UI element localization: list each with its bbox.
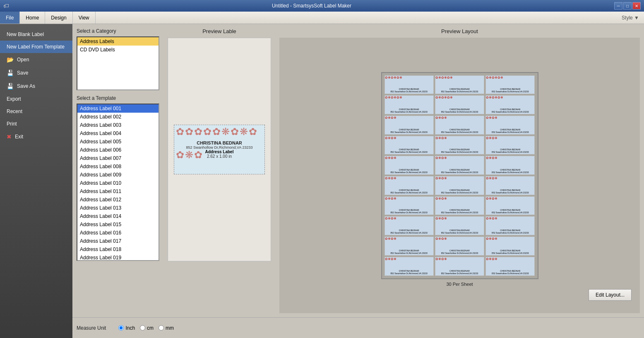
cell-text: CHRISTINA BEDNAR852 Swanhollow Dr,Richmo…: [441, 270, 478, 275]
edit-layout-button[interactable]: Edit Layout...: [589, 289, 632, 301]
save-icon: 💾: [7, 70, 14, 76]
content-area: Select a Category Address Labels CD DVD …: [72, 24, 644, 338]
cell-text: CHRISTINA BEDNAR852 Swanhollow Dr,Richmo…: [441, 88, 478, 93]
layout-row: ✿❋✿❋ CHRISTINA BEDNAR852 Swanhollow Dr,R…: [384, 196, 535, 215]
template-item-015[interactable]: Address Label 015: [77, 220, 159, 229]
cell-floral: ✿: [441, 136, 444, 140]
cell-text: CHRISTINA BEDNAR852 Swanhollow Dr,Richmo…: [492, 229, 529, 234]
layout-cell: ✿❋✿❋ CHRISTINA BEDNAR852 Swanhollow Dr,R…: [435, 136, 484, 155]
cell-floral: ✿: [435, 217, 438, 220]
template-item-012[interactable]: Address Label 012: [77, 196, 159, 204]
cell-floral-bg: ✿❋✿❋: [435, 237, 484, 249]
layout-cell: ✿❋✿❋ CHRISTINA BEDNAR852 Swanhollow Dr,R…: [485, 257, 535, 276]
sidebar-item-new-template[interactable]: New Label From Template: [0, 41, 72, 53]
category-item-cd[interactable]: CD DVD Labels: [77, 46, 159, 54]
sidebar-item-exit[interactable]: ✖ Exit: [0, 130, 72, 143]
cell-floral-bg: ✿❋✿❋: [385, 176, 433, 189]
radio-cm-input[interactable]: [140, 325, 145, 331]
template-item-002[interactable]: Address Label 002: [77, 113, 159, 121]
cell-floral: ❋: [438, 136, 441, 140]
sidebar-item-export[interactable]: Export: [0, 93, 72, 105]
cell-floral: ❋: [495, 197, 497, 200]
cell-floral: ✿: [435, 136, 438, 140]
template-item-017[interactable]: Address Label 017: [77, 237, 159, 245]
cell-floral: ❋: [489, 96, 492, 99]
cell-floral: ✿: [385, 76, 388, 80]
cell-floral: ❋: [388, 217, 391, 220]
cell-floral: ✿: [486, 116, 489, 120]
cell-floral: ❋: [450, 96, 453, 99]
tab-file[interactable]: File: [0, 12, 20, 24]
cell-floral: ✿: [391, 217, 394, 220]
label-type: Address Label: [186, 150, 253, 154]
category-item-address[interactable]: Address Labels: [77, 37, 159, 46]
new-blank-label: New Blank Label: [7, 31, 44, 37]
close-button[interactable]: ✕: [632, 2, 641, 10]
sidebar-item-open[interactable]: 📂 Open: [0, 53, 72, 66]
maximize-button[interactable]: □: [623, 2, 632, 10]
cell-text: CHRISTINA BEDNAR852 Swanhollow Dr,Richmo…: [492, 209, 529, 214]
template-item-009[interactable]: Address Label 009: [77, 171, 159, 179]
cell-floral-bg: ✿❋✿❋: [486, 136, 534, 149]
template-item-004[interactable]: Address Label 004: [77, 129, 159, 138]
cell-floral-bg: ✿❋✿❋✿❋: [435, 76, 484, 88]
minimize-button[interactable]: ─: [614, 2, 622, 10]
template-item-006[interactable]: Address Label 006: [77, 146, 159, 154]
cell-floral: ❋: [394, 217, 396, 220]
template-item-008[interactable]: Address Label 008: [77, 162, 159, 171]
template-item-013[interactable]: Address Label 013: [77, 204, 159, 212]
template-item-005[interactable]: Address Label 005: [77, 138, 159, 146]
cell-floral: ✿: [486, 96, 489, 99]
preview-layout-box: ✿❋✿❋✿❋ CHRISTINA BEDNAR852 Swanhollow Dr…: [279, 38, 640, 313]
radio-mm-input[interactable]: [159, 325, 164, 331]
radio-mm[interactable]: mm: [159, 325, 174, 331]
style-label: Style ▼: [622, 15, 639, 21]
label-dimensions: 2.62 x 1.00 in: [186, 154, 253, 159]
tab-view[interactable]: View: [73, 12, 96, 24]
radio-inch-input[interactable]: [118, 325, 124, 331]
radio-inch[interactable]: Inch: [118, 325, 135, 331]
bottom-row: Measure Unit Inch cm mm: [72, 317, 644, 338]
style-dropdown[interactable]: Style ▼: [617, 12, 644, 24]
cell-floral-bg: ✿❋✿❋: [385, 217, 433, 229]
template-item-007[interactable]: Address Label 007: [77, 154, 159, 162]
cell-floral: ❋: [444, 76, 447, 80]
category-list[interactable]: Address Labels CD DVD Labels: [77, 36, 159, 90]
cell-floral: ❋: [489, 156, 492, 160]
template-item-001[interactable]: Address Label 001: [77, 104, 159, 113]
sidebar-item-save[interactable]: 💾 Save: [0, 66, 72, 80]
cell-floral: ✿: [447, 76, 450, 80]
cell-floral: ✿: [441, 116, 444, 120]
sidebar-item-new-blank[interactable]: New Blank Label: [0, 28, 72, 41]
cell-floral: ❋: [438, 156, 441, 160]
radio-cm[interactable]: cm: [140, 325, 154, 331]
cell-floral: ❋: [489, 176, 492, 180]
template-item-010[interactable]: Address Label 010: [77, 179, 159, 187]
cell-text: CHRISTINA BEDNAR852 Swanhollow Dr,Richmo…: [390, 270, 427, 275]
cell-floral: ❋: [399, 96, 402, 99]
template-item-011[interactable]: Address Label 011: [77, 187, 159, 196]
sidebar-item-recent[interactable]: Recent: [0, 105, 72, 118]
tab-home[interactable]: Home: [20, 12, 45, 24]
template-item-016[interactable]: Address Label 016: [77, 229, 159, 237]
cell-text: CHRISTINA BEDNAR852 Swanhollow Dr,Richmo…: [492, 88, 529, 93]
template-item-018[interactable]: Address Label 018: [77, 245, 159, 254]
cell-text: CHRISTINA BEDNAR852 Swanhollow Dr,Richmo…: [390, 189, 427, 194]
cell-text: CHRISTINA BEDNAR852 Swanhollow Dr,Richmo…: [390, 229, 427, 234]
cell-floral: ❋: [444, 96, 447, 99]
layout-cell: ✿❋✿❋✿❋ CHRISTINA BEDNAR852 Swanhollow Dr…: [384, 95, 434, 114]
layout-cell: ✿❋✿❋ CHRISTINA BEDNAR852 Swanhollow Dr,R…: [384, 216, 434, 235]
sidebar-item-print[interactable]: Print: [0, 118, 72, 130]
preview-label-title: Preview Lable: [202, 28, 236, 34]
cell-text: CHRISTINA BEDNAR852 Swanhollow Dr,Richmo…: [492, 148, 529, 153]
cell-floral-bg: ✿❋✿❋✿❋: [385, 96, 433, 108]
template-list[interactable]: Address Label 001 Address Label 002 Addr…: [77, 104, 159, 261]
template-item-014[interactable]: Address Label 014: [77, 212, 159, 220]
tab-design[interactable]: Design: [45, 12, 72, 24]
template-item-019[interactable]: Address Label 019: [77, 254, 159, 261]
label-text-overlay: CHRISTINA BEDNAR 852 Swanhollow Dr,Richm…: [186, 140, 253, 159]
template-item-003[interactable]: Address Label 003: [77, 121, 159, 129]
cell-floral: ❋: [495, 217, 497, 220]
layout-cell: ✿❋✿❋ CHRISTINA BEDNAR852 Swanhollow Dr,R…: [384, 176, 434, 195]
sidebar-item-save-as[interactable]: 💾 Save As: [0, 80, 72, 93]
